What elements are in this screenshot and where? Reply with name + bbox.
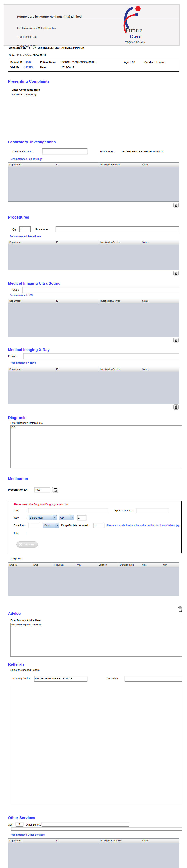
frequency-select[interactable]: OD ▼ <box>59 515 74 520</box>
lab-investigation-label: Lab Investigation : <box>12 150 33 153</box>
recommended-uss-link[interactable]: Recommended USS <box>10 294 33 297</box>
uss-input[interactable] <box>22 287 179 293</box>
colon: : <box>29 46 33 49</box>
complaints-textarea[interactable]: ABD USS - normal study <box>11 93 182 129</box>
col-header-way: Way <box>75 563 97 567</box>
section-title-advice: Advice <box>8 612 21 616</box>
reffered-by-value: ORITSETSETOS RAPHAEL PINNICK <box>121 150 163 153</box>
xray-table-body[interactable] <box>8 372 179 404</box>
other-services-extra-input[interactable] <box>11 827 182 831</box>
drug-list-table: Drug ID Drug Fequency Way Duration Durat… <box>8 562 179 596</box>
section-title-laboratory: Laboratory Investigations <box>8 140 56 144</box>
recommended-other-services-link[interactable]: Recommended Other Services <box>10 833 45 836</box>
duration-input[interactable] <box>29 523 40 528</box>
clear-lab-table-button[interactable] <box>173 203 179 208</box>
clear-xray-table-button[interactable] <box>173 404 179 410</box>
consultant-label: Consultant <box>107 677 119 680</box>
consultant-input[interactable] <box>125 676 182 682</box>
lab-investigation-input[interactable] <box>42 148 87 154</box>
recommended-procedures-link[interactable]: Recommended Procedures <box>10 235 41 238</box>
duration-unit-select[interactable]: Day/s ▼ <box>43 523 59 528</box>
recommended-xray-link[interactable]: Recommended X-Rays <box>10 361 36 364</box>
procedures-table-body[interactable] <box>8 245 179 270</box>
xray-table: Department ID Investigation/Service Stat… <box>8 367 179 404</box>
trash-icon <box>175 204 178 207</box>
recommended-lab-testings-link[interactable]: Recommended Lab Testings <box>10 158 42 160</box>
colon: : <box>60 61 61 64</box>
uss-table-body[interactable] <box>8 304 179 337</box>
drug-list-table-body[interactable] <box>8 567 179 595</box>
prescription-id-input[interactable] <box>34 487 50 492</box>
drug-warning-text: Please select the Drug from Drug suggess… <box>14 503 68 506</box>
xray-input[interactable] <box>23 353 179 359</box>
patient-gender-item: Gender : Female <box>144 61 165 64</box>
chevron-down-icon: ▼ <box>70 515 74 520</box>
procedures-input[interactable] <box>56 226 179 232</box>
other-services-input[interactable] <box>42 822 129 827</box>
delete-advice-button[interactable] <box>178 606 183 613</box>
reffering-doctor-input[interactable] <box>34 676 87 682</box>
consultation-form-page: Future Care by Future Holdings (Pty) Lim… <box>0 0 187 868</box>
way-select[interactable]: Before Meal ▼ <box>29 515 57 520</box>
patient-name-item: Patient Name : DOROTHY ANYANGO AGUTU <box>40 61 96 64</box>
clinic-header: Future Care by Future Holdings (Pty) Lim… <box>4 4 180 45</box>
col-header-fequency: Fequency <box>53 563 75 567</box>
colon: : <box>153 61 156 64</box>
gender-label: Gender <box>144 61 153 64</box>
complaints-label: Enter Complaints Here <box>12 88 40 91</box>
lab-table-header: Department ID Investigation/Service Stat… <box>8 162 179 167</box>
col-header-investigation-service: Investigation/Service <box>99 299 141 303</box>
age-label: Age <box>124 61 129 64</box>
col-header-department: Department <box>8 839 55 843</box>
lab-table-body[interactable] <box>8 167 179 202</box>
advice-label: Enter Doctor's Advice Here <box>10 619 41 622</box>
duration-unit-value: Day/s <box>44 524 51 527</box>
company-address: Le Chainter,Victoria,Mahe,Seychelles <box>17 27 56 30</box>
add-drug-button[interactable]: + Add Drug <box>16 541 38 548</box>
col-header-department: Department <box>8 240 55 245</box>
section-title-ultrasound: Medical Imaging Ultra Sound <box>8 281 61 286</box>
col-header-qty: Qty <box>162 563 179 567</box>
section-title-procedures: Procedures <box>8 215 29 219</box>
advice-textarea[interactable]: review with H.pylori, urine mcs <box>10 623 182 656</box>
col-header-investigation-service: Investigation/Service <box>99 162 141 167</box>
duration-label: Duration : <box>14 524 25 527</box>
patient-name-value: DOROTHY ANYANGO AGUTU <box>61 61 96 64</box>
per-meal-input[interactable] <box>93 523 104 528</box>
colon: : <box>129 61 132 64</box>
frequency-qty-input[interactable] <box>77 515 86 520</box>
trash-icon <box>175 405 178 409</box>
drug-list-label: Drug List <box>10 557 21 560</box>
colon: : <box>24 66 26 69</box>
special-notes-label: Special Notes : <box>115 509 133 512</box>
colon: : <box>29 54 33 57</box>
col-header-duration-type: Duration Type <box>119 563 141 567</box>
logo-word-future: Future <box>125 27 142 34</box>
col-header-status: Status <box>141 839 179 843</box>
visit-date-value: 2024-06-12 <box>61 66 74 69</box>
company-name: Future Care by Future Holdings (Pty) Lim… <box>17 15 82 18</box>
other-services-table-header: Department ID Investigation / Service St… <box>8 839 179 843</box>
special-notes-input[interactable] <box>137 508 169 513</box>
diagnosis-textarea[interactable]: ISQ <box>10 425 182 468</box>
col-header-status: Status <box>141 162 179 167</box>
procedures-qty-label: Qty : <box>12 228 18 231</box>
clear-uss-table-button[interactable] <box>173 338 179 343</box>
drug-input[interactable] <box>28 508 108 513</box>
uss-table: Department ID Investigation/Service Stat… <box>8 299 179 337</box>
total-label: Total <box>14 532 19 535</box>
clear-procedures-table-button[interactable] <box>173 271 179 276</box>
other-services-qty-input[interactable] <box>16 822 23 827</box>
col-header-department: Department <box>8 367 55 372</box>
plus-icon: + <box>19 543 22 546</box>
consult-date-label: Date <box>9 54 29 57</box>
per-meal-label: Drugs/Tablets per meal : <box>61 524 89 527</box>
other-services-table-body[interactable] <box>8 843 179 868</box>
col-header-status: Status <box>141 367 179 372</box>
refresh-prescription-button[interactable] <box>52 487 58 493</box>
patient-id-label: Patient ID <box>10 61 24 64</box>
add-drug-label: Add Drug <box>23 543 35 546</box>
refferal-listbox[interactable] <box>11 685 182 804</box>
drug-entry-panel: Please select the Drug from Drug suggess… <box>8 501 182 553</box>
procedures-qty-input[interactable] <box>19 226 31 232</box>
